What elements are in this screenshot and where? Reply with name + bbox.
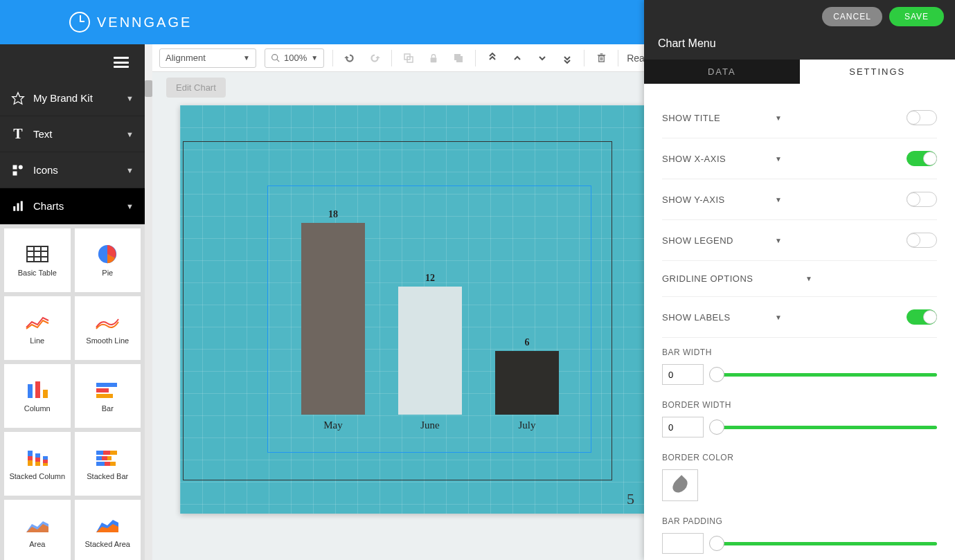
- logo[interactable]: VENNGAGE: [69, 12, 192, 33]
- bar-july: 6 July: [495, 351, 559, 415]
- sidebar-scrollbar[interactable]: [145, 80, 152, 560]
- chevron-down-icon: ▼: [243, 54, 250, 62]
- chart-tile-line[interactable]: Line: [4, 296, 71, 360]
- chart-tile-bar[interactable]: Bar: [75, 364, 141, 428]
- chart-tile-stacked-bar[interactable]: Stacked Bar: [75, 432, 141, 496]
- bring-forward-button[interactable]: [509, 50, 526, 66]
- chart-tile-pie[interactable]: Pie: [75, 228, 141, 292]
- sidebar-item-label: Text: [33, 128, 118, 140]
- chevron-down-icon: ▼: [775, 155, 782, 163]
- svg-rect-17: [96, 388, 109, 392]
- bar-june: 12 June: [398, 287, 462, 415]
- chart-tile-column[interactable]: Column: [4, 364, 71, 428]
- setting-show-y-axis[interactable]: SHOW Y-AXIS ▼: [662, 179, 937, 220]
- svg-rect-27: [43, 463, 48, 466]
- brand-name: VENNGAGE: [97, 15, 192, 30]
- setting-show-legend[interactable]: SHOW LEGEND ▼: [662, 220, 937, 261]
- toggle-show-legend[interactable]: [907, 233, 937, 248]
- svg-rect-34: [96, 462, 105, 466]
- send-back-button[interactable]: [559, 50, 575, 66]
- chevron-down-icon: ▼: [775, 196, 782, 204]
- column-icon: [25, 379, 50, 400]
- bar-icon: [95, 379, 120, 400]
- bar-width-slider[interactable]: [713, 373, 937, 377]
- svg-line-38: [277, 60, 279, 62]
- chevron-down-icon: ▼: [126, 94, 134, 102]
- search-icon: [271, 53, 280, 62]
- table-icon: [25, 244, 50, 264]
- sidebar-item-text[interactable]: T Text ▼: [0, 116, 145, 152]
- svg-marker-0: [12, 92, 24, 104]
- sidebar-item-label: Icons: [33, 164, 118, 176]
- svg-rect-7: [27, 246, 48, 262]
- bar-padding-section: BAR PADDING: [662, 507, 937, 559]
- undo-button[interactable]: [341, 50, 358, 66]
- chevron-down-icon: ▼: [126, 130, 134, 138]
- page-number: 5: [627, 490, 634, 508]
- sidebar-item-label: Charts: [33, 200, 118, 212]
- chart-tile-stacked-column[interactable]: Stacked Column: [4, 432, 71, 496]
- setting-gridline-options[interactable]: GRIDLINE OPTIONS ▼: [662, 261, 937, 297]
- droplet-icon: [670, 475, 690, 496]
- chevron-down-icon: ▼: [775, 114, 782, 122]
- border-color-section: BORDER COLOR: [662, 443, 937, 507]
- panel-tabs: DATA SETTINGS: [644, 60, 955, 84]
- svg-rect-18: [96, 394, 113, 398]
- tab-data[interactable]: DATA: [644, 60, 800, 84]
- text-icon: T: [11, 127, 25, 141]
- bar-padding-input[interactable]: [662, 533, 704, 554]
- setting-show-title[interactable]: SHOW TITLE ▼: [662, 98, 937, 138]
- panel-actions: CANCEL SAVE: [644, 0, 955, 33]
- chart-tile-smooth-line[interactable]: Smooth Line: [75, 296, 141, 360]
- svg-rect-44: [598, 56, 604, 62]
- hamburger-icon[interactable]: [114, 57, 129, 68]
- bar-padding-slider[interactable]: [713, 542, 937, 545]
- cancel-button[interactable]: CANCEL: [822, 7, 882, 26]
- border-color-swatch[interactable]: [662, 469, 698, 501]
- toggle-show-title[interactable]: [907, 110, 937, 125]
- border-width-slider[interactable]: [713, 426, 937, 429]
- chart-tile-area[interactable]: Area: [4, 500, 71, 560]
- setting-show-x-axis[interactable]: SHOW X-AXIS ▼: [662, 138, 937, 179]
- chevron-down-icon: ▼: [805, 275, 812, 282]
- toggle-show-y-axis[interactable]: [907, 192, 937, 207]
- chart-selection[interactable]: 18 May 12 June 6 July: [267, 186, 591, 453]
- svg-rect-21: [28, 460, 33, 466]
- tab-settings[interactable]: SETTINGS: [800, 60, 956, 84]
- setting-show-labels[interactable]: SHOW LABELS ▼: [662, 297, 937, 338]
- canvas-area[interactable]: Edit Chart 18 May 12 June 6 July 5: [152, 72, 644, 560]
- delete-button[interactable]: [593, 50, 609, 66]
- save-button[interactable]: SAVE: [889, 7, 944, 26]
- svg-rect-29: [103, 451, 110, 455]
- border-width-input[interactable]: [662, 417, 704, 437]
- star-icon: [11, 91, 25, 105]
- left-sidebar: My Brand Kit ▼ T Text ▼ Icons ▼ Charts ▼…: [0, 44, 145, 560]
- toggle-show-x-axis[interactable]: [907, 151, 937, 166]
- zoom-select[interactable]: 100% ▼: [265, 48, 324, 68]
- area-icon: [25, 515, 50, 536]
- svg-rect-41: [431, 57, 437, 62]
- sidebar-item-icons[interactable]: Icons ▼: [0, 152, 145, 188]
- sidebar-item-brand-kit[interactable]: My Brand Kit ▼: [0, 80, 145, 116]
- chart-tile-stacked-area[interactable]: Stacked Area: [75, 500, 141, 560]
- chart-types-grid: Basic Table Pie Line Smooth Line Column …: [0, 224, 145, 560]
- alignment-select[interactable]: Alignment ▼: [159, 48, 256, 68]
- svg-rect-15: [43, 390, 48, 398]
- bar-width-input[interactable]: [662, 364, 704, 385]
- svg-rect-31: [96, 456, 102, 460]
- bring-front-button[interactable]: [484, 50, 501, 66]
- toggle-show-labels[interactable]: [907, 309, 937, 325]
- send-backward-button[interactable]: [534, 50, 551, 66]
- copy-button: [450, 50, 467, 66]
- svg-point-2: [19, 165, 23, 169]
- smooth-line-icon: [95, 311, 120, 332]
- sidebar-item-charts[interactable]: Charts ▼: [0, 188, 145, 224]
- chart-tile-basic-table[interactable]: Basic Table: [4, 228, 71, 292]
- svg-rect-3: [13, 171, 17, 175]
- panel-body: SHOW TITLE ▼ SHOW X-AXIS ▼ SHOW Y-AXIS ▼…: [644, 84, 955, 560]
- design-page[interactable]: 18 May 12 June 6 July 5: [180, 105, 644, 514]
- svg-rect-6: [21, 201, 23, 210]
- svg-rect-16: [96, 383, 117, 387]
- svg-rect-23: [35, 458, 40, 462]
- svg-rect-5: [17, 203, 19, 210]
